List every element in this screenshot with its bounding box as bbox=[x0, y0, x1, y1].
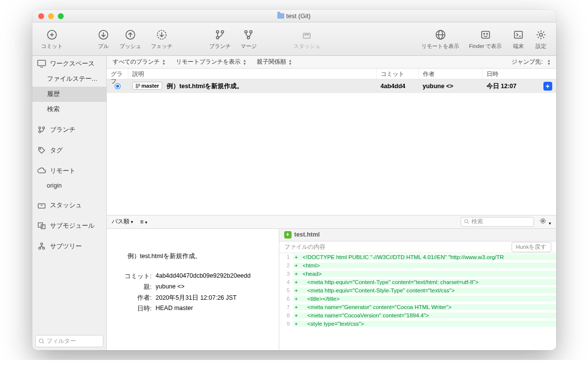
svg-rect-22 bbox=[482, 31, 490, 38]
sidebar: ワークスペース ファイルステー… 履歴 検索 ブランチ タグ リモート orig… bbox=[32, 56, 107, 350]
col-date[interactable]: 日時 bbox=[483, 69, 556, 79]
options-button[interactable]: ▾ bbox=[539, 217, 551, 226]
sidebar-item-history[interactable]: 履歴 bbox=[32, 87, 106, 102]
push-icon bbox=[124, 28, 137, 41]
diff-code[interactable]: 1+<!DOCTYPE html PUBLIC "-//W3C//DTD HTM… bbox=[279, 253, 556, 351]
svg-point-9 bbox=[216, 30, 219, 33]
main-area: すべてのブランチ▴▾ リモートブランチを表示▴▾ 親子関係順▴▾ ジャンプ先: … bbox=[107, 56, 556, 350]
col-author[interactable]: 作者 bbox=[419, 69, 483, 79]
maximize-button[interactable] bbox=[58, 13, 64, 19]
svg-point-10 bbox=[216, 36, 219, 39]
folder-icon bbox=[277, 13, 284, 19]
col-description[interactable]: 説明 bbox=[128, 69, 377, 79]
merge-button[interactable]: マージ bbox=[236, 28, 262, 50]
push-button[interactable]: プッシュ bbox=[115, 28, 146, 50]
svg-point-14 bbox=[247, 36, 250, 39]
search-input[interactable]: 検索 bbox=[461, 217, 534, 227]
column-headers: グラフ 説明 コミット 作者 日時 bbox=[107, 69, 556, 79]
remote-toggle-select[interactable]: リモートブランチを表示▴▾ bbox=[176, 58, 246, 66]
close-button[interactable] bbox=[38, 13, 44, 19]
finder-icon bbox=[479, 28, 492, 41]
path-order-select[interactable]: パス順 ▾ bbox=[112, 217, 133, 226]
commit-date: 今日 12:07 bbox=[487, 82, 516, 91]
svg-point-12 bbox=[245, 30, 247, 33]
branch-button[interactable]: ブランチ bbox=[204, 28, 236, 50]
commit-author: yubune <> bbox=[419, 83, 483, 90]
svg-point-48 bbox=[542, 220, 544, 222]
add-button[interactable]: + bbox=[543, 82, 552, 91]
detail-author: 2020年5月31日 12:07:26 JST bbox=[156, 294, 269, 302]
sidebar-item-remote[interactable]: リモート bbox=[32, 163, 106, 179]
sidebar-item-submodule[interactable]: サブモジュール bbox=[32, 218, 106, 234]
window-title: test (Git) bbox=[32, 12, 556, 20]
svg-point-27 bbox=[539, 33, 542, 36]
title-text: test (Git) bbox=[286, 12, 311, 20]
added-icon: + bbox=[284, 231, 292, 239]
traffic-lights bbox=[38, 13, 64, 19]
svg-point-41 bbox=[39, 339, 43, 343]
filter-input[interactable]: フィルター bbox=[35, 335, 103, 347]
sidebar-item-workspace[interactable]: ワークスペース bbox=[32, 56, 106, 72]
commit-list-empty bbox=[107, 93, 556, 215]
svg-point-45 bbox=[138, 84, 140, 86]
terminal-icon bbox=[512, 28, 525, 41]
diff-subheader: ファイルの内容 Hunkを戻す bbox=[279, 241, 556, 253]
minimize-button[interactable] bbox=[48, 13, 54, 19]
hunk-revert-button[interactable]: Hunkを戻す bbox=[512, 242, 551, 252]
diff-file-header[interactable]: + test.html bbox=[279, 229, 556, 241]
fetch-icon bbox=[155, 28, 168, 41]
sidebar-item-subtree[interactable]: サブツリー bbox=[32, 239, 106, 254]
commit-message: 例）test.htmlを新規作成。 bbox=[167, 83, 243, 90]
sidebar-item-file-status[interactable]: ファイルステー… bbox=[32, 72, 106, 87]
order-select[interactable]: 親子関係順▴▾ bbox=[257, 58, 292, 66]
cloud-icon bbox=[37, 167, 46, 175]
diff-panel: + test.html ファイルの内容 Hunkを戻す 1+<!DOCTYPE … bbox=[279, 229, 556, 351]
detail-commit: 4ab4dd40470dcb09e9292b20eedd bbox=[156, 272, 269, 281]
svg-point-24 bbox=[487, 33, 488, 34]
search-icon bbox=[464, 219, 469, 224]
search-icon bbox=[39, 338, 45, 344]
monitor-icon bbox=[37, 60, 46, 68]
svg-point-33 bbox=[40, 148, 41, 149]
view-mode-select[interactable]: ≡ ▾ bbox=[140, 218, 147, 225]
branch-filter-select[interactable]: すべてのブランチ▴▾ bbox=[113, 58, 165, 66]
commit-row[interactable]: master 例）test.htmlを新規作成。 4ab4dd4 yubune … bbox=[107, 79, 556, 93]
svg-point-46 bbox=[465, 219, 468, 223]
sidebar-item-stash[interactable]: スタッシュ bbox=[32, 197, 106, 213]
pull-button[interactable]: プル bbox=[92, 28, 115, 50]
fetch-button[interactable]: フェッチ bbox=[146, 28, 177, 50]
sidebar-item-branch[interactable]: ブランチ bbox=[32, 122, 106, 138]
sidebar-item-search[interactable]: 検索 bbox=[32, 102, 106, 117]
branch-badge[interactable]: master bbox=[132, 82, 162, 90]
svg-line-47 bbox=[467, 222, 469, 224]
commit-icon bbox=[46, 28, 58, 41]
commit-dot-icon bbox=[115, 84, 120, 89]
merge-icon bbox=[242, 28, 255, 41]
jump-to-select[interactable]: ▴▾ bbox=[548, 59, 550, 66]
app-window: test (Git) コミット プル プッシュ フェッチ ブランチ マージ bbox=[32, 10, 556, 350]
show-finder-button[interactable]: Finder で表示 bbox=[464, 28, 507, 50]
col-commit[interactable]: コミット bbox=[377, 69, 419, 79]
filter-bar: すべてのブランチ▴▾ リモートブランチを表示▴▾ 親子関係順▴▾ ジャンプ先: … bbox=[107, 56, 556, 69]
svg-rect-34 bbox=[38, 204, 45, 208]
svg-rect-37 bbox=[41, 225, 45, 229]
branch-icon bbox=[214, 28, 226, 41]
sidebar-item-origin[interactable]: origin bbox=[32, 179, 106, 192]
globe-icon bbox=[434, 28, 447, 41]
col-graph[interactable]: グラフ bbox=[107, 69, 128, 79]
svg-point-38 bbox=[41, 243, 43, 245]
settings-button[interactable]: 設定 bbox=[530, 28, 552, 50]
submodule-icon bbox=[37, 222, 46, 230]
stash-icon bbox=[300, 28, 313, 41]
titlebar: test (Git) bbox=[32, 10, 556, 23]
detail-date: HEAD master bbox=[156, 305, 269, 313]
show-remote-button[interactable]: リモートを表示 bbox=[416, 28, 464, 50]
svg-point-30 bbox=[39, 127, 41, 129]
sidebar-item-tag[interactable]: タグ bbox=[32, 143, 106, 158]
commit-button[interactable]: コミット bbox=[36, 28, 68, 50]
terminal-button[interactable]: 端末 bbox=[507, 28, 530, 50]
svg-point-11 bbox=[221, 30, 223, 33]
stash-button[interactable]: スタッシュ bbox=[289, 28, 325, 50]
svg-line-42 bbox=[43, 342, 44, 344]
svg-point-40 bbox=[43, 247, 45, 249]
